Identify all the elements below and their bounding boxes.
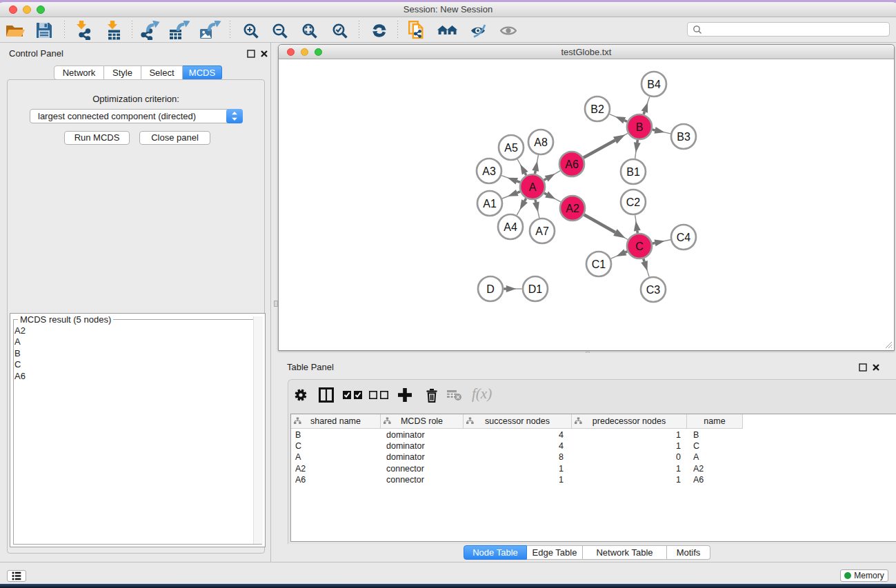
svg-text:C2: C2 [626, 196, 641, 208]
svg-text:D: D [486, 283, 495, 295]
svg-text:B4: B4 [647, 79, 661, 90]
svg-text:A2: A2 [566, 203, 579, 214]
svg-text:A1: A1 [483, 198, 497, 210]
svg-text:A6: A6 [565, 159, 579, 170]
svg-text:A3: A3 [482, 165, 496, 177]
svg-text:B: B [636, 121, 644, 133]
svg-text:C3: C3 [646, 284, 661, 296]
svg-text:A4: A4 [504, 221, 517, 233]
svg-text:C4: C4 [677, 232, 691, 243]
svg-text:D1: D1 [528, 283, 543, 295]
svg-text:B3: B3 [677, 131, 690, 143]
svg-text:B1: B1 [626, 166, 640, 178]
svg-text:A: A [529, 181, 537, 193]
svg-text:A5: A5 [504, 142, 518, 154]
svg-text:B2: B2 [590, 103, 604, 115]
svg-text:A8: A8 [534, 136, 548, 148]
svg-text:C1: C1 [592, 258, 606, 270]
svg-text:C: C [635, 241, 644, 252]
svg-text:A7: A7 [535, 225, 549, 237]
